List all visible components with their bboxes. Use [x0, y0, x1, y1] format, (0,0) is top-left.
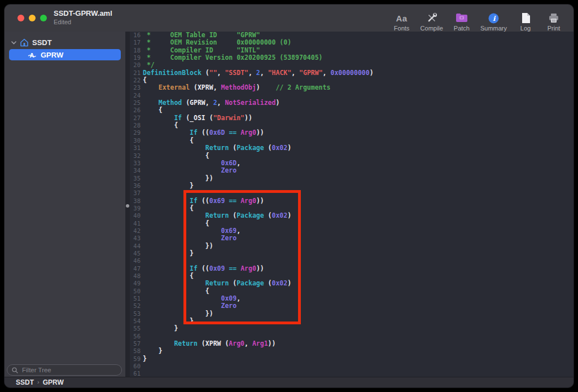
- code-line: 35 }): [130, 175, 573, 182]
- code-line: 33 0x6D,: [130, 160, 573, 167]
- fonts-button[interactable]: Aa Fonts: [392, 12, 411, 32]
- code-line: 44 }): [130, 243, 573, 250]
- sidebar-item-gprw-selected[interactable]: A GPRW: [9, 49, 121, 60]
- code-line: 24: [130, 92, 573, 99]
- document-edited-status: Edited: [54, 18, 112, 26]
- breadcrumb-root[interactable]: SSDT: [16, 378, 34, 386]
- code-editor[interactable]: 16 * OEM Table ID "GPRW"17 * OEM Revisio…: [130, 32, 573, 377]
- traffic-lights: [17, 15, 47, 21]
- app-window: SSDT-GPRW.aml Edited Aa Fonts Comp: [5, 5, 573, 387]
- change-marker-dot: [126, 204, 129, 208]
- line-number: 20: [130, 61, 143, 69]
- code-line: 46: [130, 257, 573, 265]
- line-number: 30: [130, 137, 143, 144]
- code-line: 20 */: [130, 61, 573, 69]
- split-divider[interactable]: [125, 32, 130, 377]
- line-number: 50: [130, 288, 143, 295]
- line-number: 59: [130, 355, 143, 363]
- toolbar: Aa Fonts Compile: [392, 5, 568, 34]
- line-number: 22: [130, 77, 143, 84]
- code-line: 55 }: [130, 325, 573, 332]
- tree-view: SSDT A GPRW: [5, 32, 125, 60]
- line-number: 60: [130, 363, 143, 370]
- line-number: 44: [130, 243, 143, 250]
- summary-button-label: Summary: [480, 25, 507, 32]
- line-number: 53: [130, 310, 143, 318]
- code-line: 48 {: [130, 272, 573, 280]
- code-line: 41 {: [130, 220, 573, 227]
- patch-button-label: Patch: [454, 25, 470, 32]
- code-line: 56: [130, 333, 573, 340]
- log-button[interactable]: Log: [516, 12, 535, 32]
- code-lines: 16 * OEM Table ID "GPRW"17 * OEM Revisio…: [130, 32, 573, 377]
- line-number: 36: [130, 182, 143, 190]
- code-line: 17 * OEM Revision 0x00000000 (0): [130, 39, 573, 46]
- line-number: 31: [130, 144, 143, 152]
- close-window-button[interactable]: [17, 15, 24, 21]
- compile-icon: [426, 12, 437, 24]
- print-button[interactable]: Print: [544, 12, 563, 32]
- window-title-block: SSDT-GPRW.aml Edited: [54, 9, 112, 26]
- line-number: 34: [130, 167, 143, 174]
- chevron-down-icon[interactable]: [11, 41, 16, 45]
- line-number: 28: [130, 122, 143, 129]
- line-number: 43: [130, 235, 143, 242]
- navigator-sidebar: SSDT A GPRW: [5, 32, 125, 377]
- code-line: 36 }: [130, 182, 573, 190]
- code-line: 16 * OEM Table ID "GPRW": [130, 32, 573, 39]
- code-line: 21DefinitionBlock ("", "SSDT", 2, "HACK"…: [130, 69, 573, 77]
- code-line: 60: [130, 363, 573, 370]
- code-line: 18 * Compiler ID "INTL": [130, 47, 573, 54]
- summary-button[interactable]: i Summary: [480, 12, 507, 32]
- line-number: 46: [130, 257, 143, 265]
- line-number: 40: [130, 212, 143, 219]
- line-number: 23: [130, 84, 143, 91]
- log-button-label: Log: [520, 25, 531, 32]
- code-line: 28 {: [130, 122, 573, 129]
- code-line: 42 0x69,: [130, 227, 573, 235]
- code-line: 54 }: [130, 318, 573, 325]
- sidebar-item-ssdt[interactable]: SSDT: [5, 37, 125, 48]
- code-line: 47 If ((0x09 == Arg0)): [130, 265, 573, 272]
- line-number: 39: [130, 205, 143, 212]
- patch-button[interactable]: Patch: [452, 12, 471, 32]
- fonts-button-label: Fonts: [394, 25, 410, 32]
- title-bar: SSDT-GPRW.aml Edited Aa Fonts Comp: [5, 5, 573, 32]
- sidebar-item-label: SSDT: [32, 38, 52, 47]
- code-line: 61: [130, 370, 573, 377]
- code-line: 45 }: [130, 250, 573, 257]
- print-icon: [548, 12, 559, 24]
- code-line: 22{: [130, 77, 573, 84]
- code-line: 19 * Compiler Version 0x20200925 (538970…: [130, 54, 573, 61]
- line-number: 61: [130, 370, 143, 377]
- code-line: 38 If ((0x69 == Arg0)): [130, 197, 573, 205]
- code-line: 29 If ((0x6D == Arg0)): [130, 129, 573, 136]
- breadcrumb-separator-icon: ›: [37, 378, 40, 385]
- line-number: 41: [130, 220, 143, 227]
- compile-button[interactable]: Compile: [421, 12, 443, 32]
- window-title: SSDT-GPRW.aml: [54, 9, 112, 18]
- line-number: 27: [130, 114, 143, 122]
- code-line: 51 0x09,: [130, 295, 573, 302]
- line-number: 55: [130, 325, 143, 332]
- filter-tree-input[interactable]: [21, 366, 117, 374]
- line-number: 51: [130, 295, 143, 302]
- code-line: 53 }): [130, 310, 573, 318]
- filter-tree-field[interactable]: [7, 364, 122, 376]
- line-number: 58: [130, 347, 143, 355]
- code-line: 43 Zero: [130, 235, 573, 242]
- breadcrumb-current[interactable]: GPRW: [43, 378, 64, 386]
- code-line: 25 Method (GPRW, 2, NotSerialized): [130, 99, 573, 107]
- minimize-window-button[interactable]: [29, 15, 36, 21]
- status-bar: SSDT › GPRW: [5, 377, 573, 387]
- sidebar-item-label: GPRW: [41, 51, 63, 59]
- code-line: 58 }: [130, 347, 573, 355]
- house-icon: [20, 38, 29, 47]
- line-number: 57: [130, 340, 143, 347]
- zoom-window-button[interactable]: [40, 15, 47, 21]
- code-line: 59}: [130, 355, 573, 363]
- line-number: 33: [130, 160, 143, 167]
- code-line: 40 Return (Package (0x02): [130, 212, 573, 219]
- compile-button-label: Compile: [421, 25, 443, 32]
- code-line: 23 External (XPRW, MethodObj) // 2 Argum…: [130, 84, 573, 91]
